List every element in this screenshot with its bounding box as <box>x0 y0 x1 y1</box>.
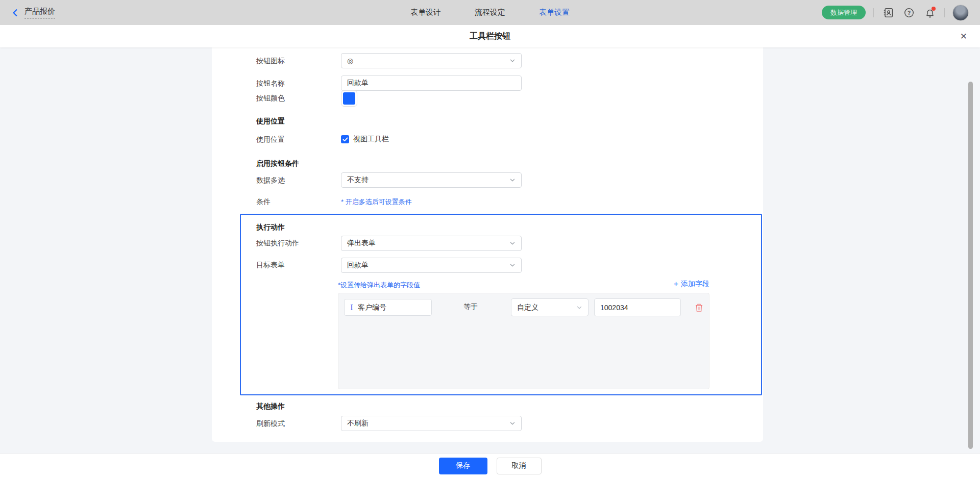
button-name-row: 按钮名称 <box>256 76 748 92</box>
text-field-type-icon: I <box>350 303 353 312</box>
custom-value-input[interactable] <box>594 298 681 316</box>
topbar-right: 数据管理 ? <box>822 5 969 21</box>
scrollbar-thumb[interactable] <box>968 82 973 449</box>
chevron-down-icon <box>576 305 582 311</box>
tab-form-design[interactable]: 表单设计 <box>410 8 441 17</box>
divider <box>944 8 945 17</box>
value-type-value: 自定义 <box>517 303 538 312</box>
plus-icon: + <box>674 280 678 288</box>
exec-action-dropdown[interactable]: 弹出表单 <box>341 236 522 251</box>
refresh-mode-value: 不刷新 <box>347 419 369 428</box>
field-mapping-panel: I 客户编号 等于 自定义 <box>338 293 709 389</box>
avatar[interactable] <box>952 5 969 21</box>
color-swatch <box>343 92 355 105</box>
tab-form-settings[interactable]: 表单设置 <box>539 8 570 17</box>
button-icon-row: 按钮图标 ◎ <box>256 53 748 69</box>
multi-select-label: 数据多选 <box>256 176 285 185</box>
app-title[interactable]: 产品报价 <box>24 7 55 19</box>
exec-action-value: 弹出表单 <box>347 239 376 248</box>
chevron-down-icon <box>509 58 516 64</box>
refresh-mode-row: 刷新模式 不刷新 <box>256 416 748 432</box>
back-button[interactable] <box>11 9 19 17</box>
modal-footer: 保存 取消 <box>0 453 980 478</box>
target-form-label: 目标表单 <box>256 261 285 270</box>
app-topbar: 产品报价 表单设计 流程设定 表单设置 数据管理 ? <box>0 0 980 25</box>
chevron-down-icon <box>509 177 516 183</box>
help-icon-glyph: ? <box>903 7 915 18</box>
modal-body: 按钮图标 ◎ 按钮名称 按钮颜色 使 <box>0 47 980 453</box>
delete-row-icon[interactable] <box>695 303 703 314</box>
refresh-mode-label: 刷新模式 <box>256 419 285 429</box>
button-icon-label: 按钮图标 <box>256 57 285 66</box>
multi-select-value: 不支持 <box>347 175 369 185</box>
action-section-header: 执行动作 <box>256 223 285 232</box>
modal-header: 工具栏按钮 ✕ <box>0 25 980 47</box>
add-field-button[interactable]: + 添加字段 <box>674 280 709 289</box>
usage-section-header: 使用位置 <box>256 117 285 126</box>
contacts-icon[interactable] <box>881 6 895 19</box>
button-icon-glyph: ◎ <box>347 57 353 65</box>
exec-action-row: 按钮执行动作 弹出表单 <box>256 236 751 251</box>
other-section-header: 其他操作 <box>256 402 285 411</box>
field-values-hint: *设置传给弹出表单的字段值 <box>338 281 420 290</box>
topbar-left: 产品报价 <box>11 7 55 19</box>
field-selector[interactable]: I 客户编号 <box>344 299 432 316</box>
button-color-label: 按钮颜色 <box>256 94 285 103</box>
chevron-down-icon <box>509 262 516 268</box>
button-color-row: 按钮颜色 <box>256 90 748 107</box>
tab-flow-setting[interactable]: 流程设定 <box>475 8 505 17</box>
button-color-picker[interactable] <box>341 90 357 107</box>
target-form-value: 回款单 <box>347 261 369 270</box>
multi-select-dropdown[interactable]: 不支持 <box>341 172 522 188</box>
view-toolbar-checkbox[interactable] <box>341 135 349 143</box>
trash-icon-glyph <box>695 303 703 312</box>
enable-condition-section-header: 启用按钮条件 <box>256 159 299 168</box>
condition-row: 条件 * 开启多选后可设置条件 <box>256 196 748 208</box>
svg-text:?: ? <box>908 10 911 15</box>
contacts-icon-glyph <box>883 7 894 18</box>
button-name-label: 按钮名称 <box>256 79 285 88</box>
exec-action-label: 按钮执行动作 <box>256 239 299 248</box>
multi-select-row: 数据多选 不支持 <box>256 172 748 189</box>
notification-dot <box>932 7 936 11</box>
usage-label: 使用位置 <box>256 135 285 144</box>
save-button[interactable]: 保存 <box>439 458 487 474</box>
usage-checkbox-group: 视图工具栏 <box>341 132 389 147</box>
help-icon[interactable]: ? <box>902 6 916 19</box>
notification-bell-icon[interactable] <box>923 6 937 19</box>
chevron-down-icon <box>509 420 516 426</box>
value-type-dropdown[interactable]: 自定义 <box>511 298 589 316</box>
settings-panel: 按钮图标 ◎ 按钮名称 按钮颜色 使 <box>212 47 763 442</box>
button-name-input[interactable] <box>341 76 522 91</box>
modal-title: 工具栏按钮 <box>470 31 510 42</box>
screen: 产品报价 表单设计 流程设定 表单设置 数据管理 ? <box>0 0 980 478</box>
divider <box>873 8 874 17</box>
main-tabs: 表单设计 流程设定 表单设置 <box>410 0 570 25</box>
close-icon[interactable]: ✕ <box>960 32 967 41</box>
cancel-button[interactable]: 取消 <box>497 458 542 474</box>
condition-hint: * 开启多选后可设置条件 <box>341 197 412 207</box>
add-field-label: 添加字段 <box>681 280 709 289</box>
target-form-dropdown[interactable]: 回款单 <box>341 258 522 273</box>
chevron-down-icon <box>509 240 516 246</box>
data-manage-button[interactable]: 数据管理 <box>822 6 866 19</box>
action-section-selected[interactable]: 执行动作 按钮执行动作 弹出表单 目标表单 回款单 <box>240 214 762 395</box>
operator-label: 等于 <box>463 303 478 312</box>
view-toolbar-checkbox-label: 视图工具栏 <box>353 135 389 144</box>
condition-label: 条件 <box>256 197 271 207</box>
back-chevron-icon <box>11 9 19 17</box>
field-name: 客户编号 <box>358 303 386 312</box>
check-icon <box>342 137 348 142</box>
target-form-row: 目标表单 回款单 <box>256 258 751 273</box>
button-icon-select[interactable]: ◎ <box>341 53 522 68</box>
refresh-mode-dropdown[interactable]: 不刷新 <box>341 416 522 431</box>
usage-row: 使用位置 视图工具栏 <box>256 132 748 148</box>
